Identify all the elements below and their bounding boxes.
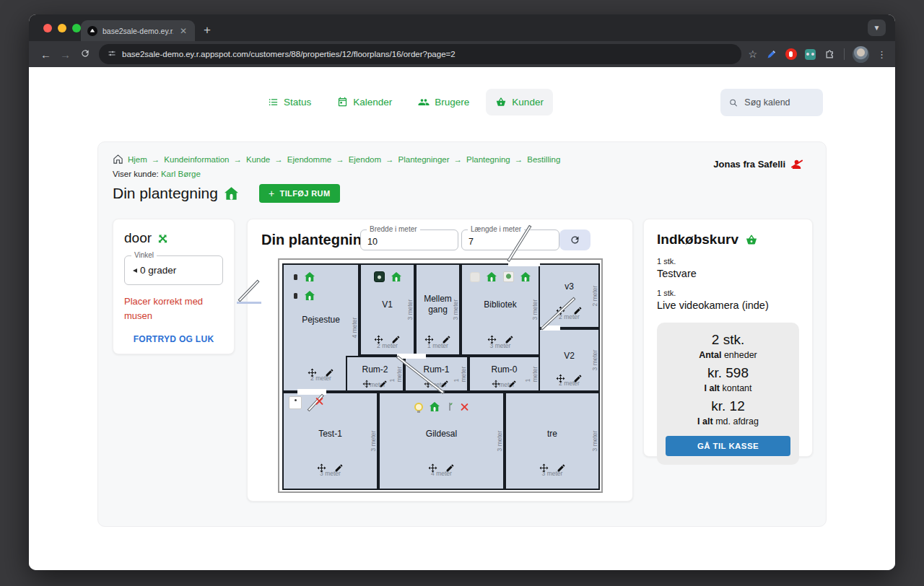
edit-icon[interactable] (505, 335, 514, 344)
product-dot-icon[interactable] (294, 274, 297, 280)
room-pejsestue[interactable]: Pejsestue 2 meter 4 meter (282, 263, 359, 392)
breadcrumb-link[interactable]: Plantegninger (398, 155, 450, 164)
room-bibliotek[interactable]: Bibliotek 3 meter 3 meter (461, 263, 540, 356)
nav-item-status[interactable]: Status (258, 89, 321, 115)
move-icon[interactable] (539, 463, 549, 473)
house-item-icon[interactable] (305, 291, 315, 300)
zoom-window-button[interactable] (72, 24, 81, 32)
edit-icon[interactable] (573, 374, 583, 383)
width-input[interactable] (361, 230, 458, 250)
room-v3[interactable]: v3 2 meter 2 meter (539, 263, 600, 328)
breadcrumb-link[interactable]: Ejendomme (287, 155, 331, 164)
extensions-puzzle-icon[interactable] (824, 48, 836, 61)
url-bar[interactable]: base2sale-demo.ey.r.appspot.com/customer… (99, 44, 741, 64)
length-input[interactable] (462, 230, 559, 250)
edit-icon[interactable] (440, 380, 449, 388)
search-input[interactable] (744, 97, 814, 108)
bookmark-star-icon[interactable]: ☆ (748, 48, 757, 60)
house-item-icon[interactable] (305, 272, 315, 281)
room-gildesal[interactable]: Gildesal 4 meter 3 meter (378, 392, 505, 490)
edit-icon[interactable] (442, 335, 451, 344)
breadcrumb-link[interactable]: Bestilling (527, 155, 560, 164)
reload-button[interactable] (75, 48, 95, 61)
product-image-icon[interactable] (503, 271, 514, 282)
remove-item-icon[interactable] (461, 403, 468, 411)
edit-icon[interactable] (391, 335, 401, 344)
room-mellemgang[interactable]: Mellemgang 1 meter 3 meter (415, 263, 461, 356)
breadcrumb-link[interactable]: Hjem (128, 155, 147, 164)
profile-avatar[interactable] (853, 46, 869, 63)
move-icon[interactable] (428, 463, 437, 473)
width-field[interactable]: Bredde i meter (360, 229, 458, 250)
cancel-link[interactable]: FORTRYD OG LUK (124, 334, 223, 344)
browser-tab[interactable]: base2sale-demo.ey.r.appspo ✕ (81, 20, 195, 41)
customer-name-link[interactable]: Karl Børge (161, 170, 201, 178)
move-icon[interactable] (374, 335, 383, 344)
site-settings-icon[interactable] (108, 48, 116, 61)
minimize-window-button[interactable] (58, 24, 66, 32)
room-tools (540, 306, 598, 315)
edit-icon[interactable] (557, 463, 566, 473)
back-button[interactable]: ← (36, 48, 56, 61)
move-icon[interactable] (424, 335, 434, 344)
edit-icon[interactable] (334, 463, 344, 473)
house-item-icon[interactable] (391, 272, 401, 281)
move-icon[interactable] (308, 368, 317, 377)
refresh-plan-button[interactable] (559, 229, 590, 250)
extension-teal-icon[interactable] (805, 49, 816, 60)
tab-search-chevron-icon[interactable]: ▼ (868, 19, 886, 36)
room-v1[interactable]: V1 2 meter 3 meter (359, 263, 415, 356)
tab-close-icon[interactable]: ✕ (178, 27, 188, 35)
product-dot-icon[interactable] (294, 293, 297, 299)
edit-icon[interactable] (573, 306, 583, 315)
room-items (361, 271, 414, 282)
room-rum-0[interactable]: Rum-0 3 meter 1 meter (468, 356, 540, 392)
browser-menu-icon[interactable]: ⋮ (877, 49, 886, 60)
remove-door-icon[interactable] (315, 397, 323, 405)
close-window-button[interactable] (43, 24, 52, 32)
new-tab-button[interactable]: + (204, 23, 211, 38)
monthly-total: kr. 12 (666, 398, 790, 414)
nav-item-brugere[interactable]: Brugere (409, 89, 479, 115)
floorplan-canvas[interactable]: Pejsestue 2 meter 4 meter V1 (278, 258, 603, 493)
product-image-icon[interactable] (470, 272, 480, 282)
move-icon[interactable] (317, 463, 326, 473)
move-icon[interactable] (556, 374, 565, 383)
add-room-button[interactable]: + TILFØJ RUM (259, 184, 340, 203)
logout-icon[interactable] (790, 158, 803, 170)
house-item-icon[interactable] (520, 272, 531, 281)
length-field[interactable]: Længde i meter (461, 229, 559, 250)
breadcrumb-link[interactable]: Kundeinformation (164, 155, 229, 164)
checkout-button[interactable]: GÅ TIL KASSE (666, 436, 790, 456)
lightbulb-icon[interactable] (414, 403, 423, 411)
product-image-icon[interactable] (289, 396, 302, 409)
move-icon[interactable] (362, 380, 371, 388)
extension-red-icon[interactable] (785, 48, 797, 60)
breadcrumb-link[interactable]: Plantegning (466, 155, 510, 164)
room-v2[interactable]: V2 2 meter 3 meter (539, 328, 600, 392)
product-image-icon[interactable] (374, 271, 385, 282)
room-tre[interactable]: tre 3 meter 3 meter (505, 392, 600, 490)
angle-value-row[interactable]: 0 grader (125, 256, 222, 284)
edit-icon[interactable] (325, 368, 334, 377)
breadcrumb-link[interactable]: Kunde (246, 155, 270, 164)
move-icon[interactable] (487, 335, 497, 344)
width-field-label: Bredde i meter (367, 225, 420, 233)
house-item-icon[interactable] (487, 272, 497, 281)
move-icon[interactable] (492, 380, 500, 388)
edit-icon[interactable] (508, 380, 517, 388)
forward-button[interactable]: → (56, 48, 75, 61)
search-box[interactable] (720, 89, 823, 116)
nav-item-kalender[interactable]: Kalender (328, 89, 401, 115)
house-item-icon[interactable] (430, 402, 440, 411)
nav-item-kunder[interactable]: Kunder (486, 89, 553, 115)
edit-icon[interactable] (445, 463, 455, 473)
tab-favicon-icon (87, 26, 97, 36)
edit-icon[interactable] (379, 380, 388, 388)
breadcrumb-link[interactable]: Ejendom (349, 155, 381, 164)
breadcrumb-separator: → (515, 155, 523, 164)
door-title-text: door (124, 230, 152, 246)
angle-field[interactable]: Vinkel 0 grader (124, 255, 223, 285)
sensor-icon[interactable] (446, 402, 454, 411)
extension-dropper-icon[interactable] (765, 48, 777, 61)
